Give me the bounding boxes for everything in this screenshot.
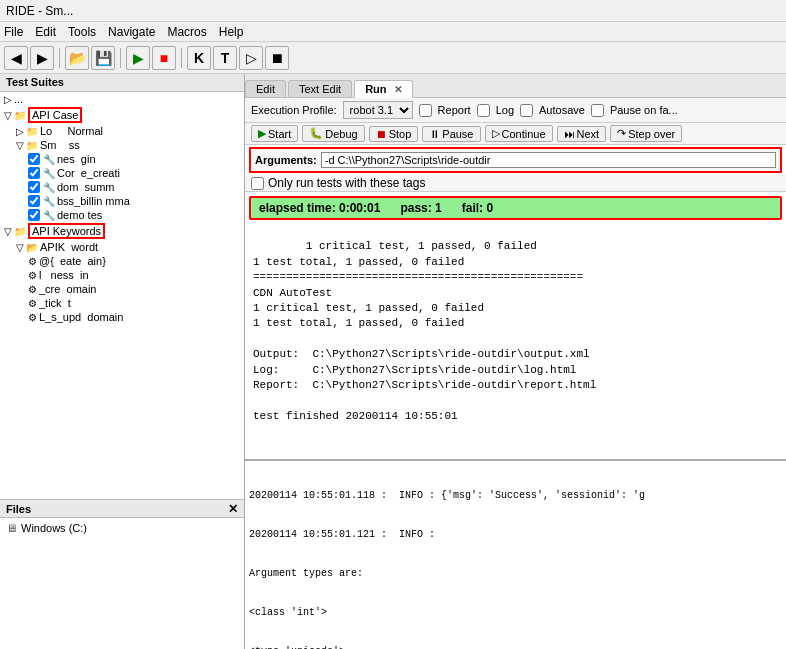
toolbar-open-btn[interactable]: 📂 bbox=[65, 46, 89, 70]
title-text: RIDE - Sm... bbox=[6, 4, 73, 18]
dot-icon-3: ⚙ bbox=[28, 284, 37, 295]
dot-icon-5: ⚙ bbox=[28, 312, 37, 323]
cb-cor[interactable] bbox=[28, 167, 40, 179]
right-panel: Edit Text Edit Run ✕ Execution Profile: … bbox=[245, 74, 786, 649]
files-tree-item-drive[interactable]: 🖥 Windows (C:) bbox=[6, 520, 238, 536]
toolbar-run-btn[interactable]: ▶ bbox=[126, 46, 150, 70]
arguments-input[interactable] bbox=[321, 152, 776, 168]
tab-run-close[interactable]: ✕ bbox=[394, 84, 402, 95]
tree-item-kw3[interactable]: ⚙ _cre omain bbox=[0, 282, 244, 296]
toolbar-k-btn[interactable]: K bbox=[187, 46, 211, 70]
menu-macros[interactable]: Macros bbox=[167, 25, 206, 39]
start-btn[interactable]: ▶ Start bbox=[251, 125, 298, 142]
pass-count: pass: 1 bbox=[400, 201, 441, 215]
arguments-container: Arguments: bbox=[249, 147, 782, 173]
tree-item-cor[interactable]: 🔧 Cor e_creati bbox=[0, 166, 244, 180]
menu-bar: File Edit Tools Navigate Macros Help bbox=[0, 22, 786, 42]
menu-tools[interactable]: Tools bbox=[68, 25, 96, 39]
menu-navigate[interactable]: Navigate bbox=[108, 25, 155, 39]
menu-edit[interactable]: Edit bbox=[35, 25, 56, 39]
toolbar-play-btn[interactable]: ▷ bbox=[239, 46, 263, 70]
toolbar-stop2-btn[interactable]: ⏹ bbox=[265, 46, 289, 70]
run-toolbar: Execution Profile: robot 3.1 Report Log … bbox=[245, 98, 786, 123]
autosave-checkbox[interactable] bbox=[520, 104, 533, 117]
cb-bss[interactable] bbox=[28, 195, 40, 207]
tags-label: Only run tests with these tags bbox=[268, 176, 425, 190]
test-suites-tree: ▷ ... ▽ 📁 API Case ▷ 📁 Lo Normal ▽ 📁 Sm … bbox=[0, 92, 244, 499]
kw1-label: @{ eate ain} bbox=[39, 255, 106, 267]
debug-btn[interactable]: 🐛 Debug bbox=[302, 125, 364, 142]
menu-help[interactable]: Help bbox=[219, 25, 244, 39]
kw3-label: _cre omain bbox=[39, 283, 96, 295]
menu-file[interactable]: File bbox=[4, 25, 23, 39]
cb-dom[interactable] bbox=[28, 181, 40, 193]
tree-item-sm[interactable]: ▽ 📁 Sm ss bbox=[0, 138, 244, 152]
tab-run[interactable]: Run ✕ bbox=[354, 80, 412, 98]
icon-demo: 🔧 bbox=[43, 210, 55, 221]
cb-nes[interactable] bbox=[28, 153, 40, 165]
main-layout: Test Suites ▷ ... ▽ 📁 API Case ▷ 📁 Lo No… bbox=[0, 74, 786, 649]
cb-demo[interactable] bbox=[28, 209, 40, 221]
tab-text-edit[interactable]: Text Edit bbox=[288, 80, 352, 97]
tags-row: Only run tests with these tags bbox=[245, 175, 786, 192]
log-line-3: <class 'int'> bbox=[249, 606, 782, 619]
log-line-0: 20200114 10:55:01.118 : INFO : {'msg': '… bbox=[249, 489, 782, 502]
tree-item-apikw-sub[interactable]: ▽ 📂 APIK wordt bbox=[0, 240, 244, 254]
tree-item-api-kw[interactable]: ▽ 📁 API Keywords bbox=[0, 222, 244, 240]
dot-icon-1: ⚙ bbox=[28, 256, 37, 267]
report-label: Report bbox=[438, 104, 471, 116]
api-kw-label: API Keywords bbox=[28, 223, 105, 239]
execution-profile-select[interactable]: robot 3.1 bbox=[343, 101, 413, 119]
tree-item-top[interactable]: ▷ ... bbox=[0, 92, 244, 106]
tags-checkbox[interactable] bbox=[251, 177, 264, 190]
report-checkbox[interactable] bbox=[419, 104, 432, 117]
folder-icon-apikw: 📁 bbox=[14, 226, 26, 237]
api-case-label: API Case bbox=[28, 107, 82, 123]
dot-icon-2: ⚙ bbox=[28, 270, 37, 281]
folder-icon-apikw-sub: 📂 bbox=[26, 242, 38, 253]
icon-cor: 🔧 bbox=[43, 168, 55, 179]
tree-item-kw2[interactable]: ⚙ l ness in bbox=[0, 268, 244, 282]
tree-top-label: ... bbox=[14, 93, 23, 105]
folder-icon-sm: 📁 bbox=[26, 140, 38, 151]
toolbar-fwd-btn[interactable]: ▶ bbox=[30, 46, 54, 70]
files-title: Files bbox=[6, 503, 31, 515]
tree-item-api-case[interactable]: ▽ 📁 API Case bbox=[0, 106, 244, 124]
fail-count: fail: 0 bbox=[462, 201, 493, 215]
continue-btn[interactable]: ▷ Continue bbox=[485, 125, 553, 142]
toolbar-t-btn[interactable]: T bbox=[213, 46, 237, 70]
toolbar-stop-btn[interactable]: ■ bbox=[152, 46, 176, 70]
tree-item-demo[interactable]: 🔧 demo tes bbox=[0, 208, 244, 222]
tree-item-nes[interactable]: 🔧 nes gin bbox=[0, 152, 244, 166]
folder-icon-api-case: 📁 bbox=[14, 110, 26, 121]
log-line-1: 20200114 10:55:01.121 : INFO : bbox=[249, 528, 782, 541]
stop-btn[interactable]: ⏹ Stop bbox=[369, 126, 419, 142]
arguments-label: Arguments: bbox=[255, 154, 317, 166]
tree-item-kw4[interactable]: ⚙ _tick t bbox=[0, 296, 244, 310]
toolbar-back-btn[interactable]: ◀ bbox=[4, 46, 28, 70]
dot-icon-4: ⚙ bbox=[28, 298, 37, 309]
files-panel: Files ✕ 🖥 Windows (C:) bbox=[0, 499, 244, 649]
next-btn[interactable]: ⏭ Next bbox=[557, 126, 607, 142]
log-line-2: Argument types are: bbox=[249, 567, 782, 580]
files-close-btn[interactable]: ✕ bbox=[228, 502, 238, 516]
tree-item-kw1[interactable]: ⚙ @{ eate ain} bbox=[0, 254, 244, 268]
tree-item-dom[interactable]: 🔧 dom summ bbox=[0, 180, 244, 194]
pause-btn[interactable]: ⏸ Pause bbox=[422, 126, 480, 142]
step-over-btn[interactable]: ↷ Step over bbox=[610, 125, 682, 142]
log-checkbox[interactable] bbox=[477, 104, 490, 117]
toolbar-sep-2 bbox=[120, 48, 121, 68]
expand-icon-2: ▽ bbox=[4, 110, 12, 121]
expand-icon-apikw: ▽ bbox=[4, 226, 12, 237]
kw4-label: _tick t bbox=[39, 297, 71, 309]
tree-item-lo[interactable]: ▷ 📁 Lo Normal bbox=[0, 124, 244, 138]
pause-on-failure-checkbox[interactable] bbox=[591, 104, 604, 117]
toolbar-save-btn[interactable]: 💾 bbox=[91, 46, 115, 70]
tab-edit[interactable]: Edit bbox=[245, 80, 286, 97]
toolbar: ◀ ▶ 📂 💾 ▶ ■ K T ▷ ⏹ bbox=[0, 42, 786, 74]
expand-icon-lo: ▷ bbox=[16, 126, 24, 137]
tree-item-kw5[interactable]: ⚙ L_s_upd domain bbox=[0, 310, 244, 324]
run-actions: ▶ Start 🐛 Debug ⏹ Stop ⏸ Pause ▷ Continu… bbox=[245, 123, 786, 145]
kw2-label: l ness in bbox=[39, 269, 89, 281]
tree-item-bss[interactable]: 🔧 bss_billin mma bbox=[0, 194, 244, 208]
